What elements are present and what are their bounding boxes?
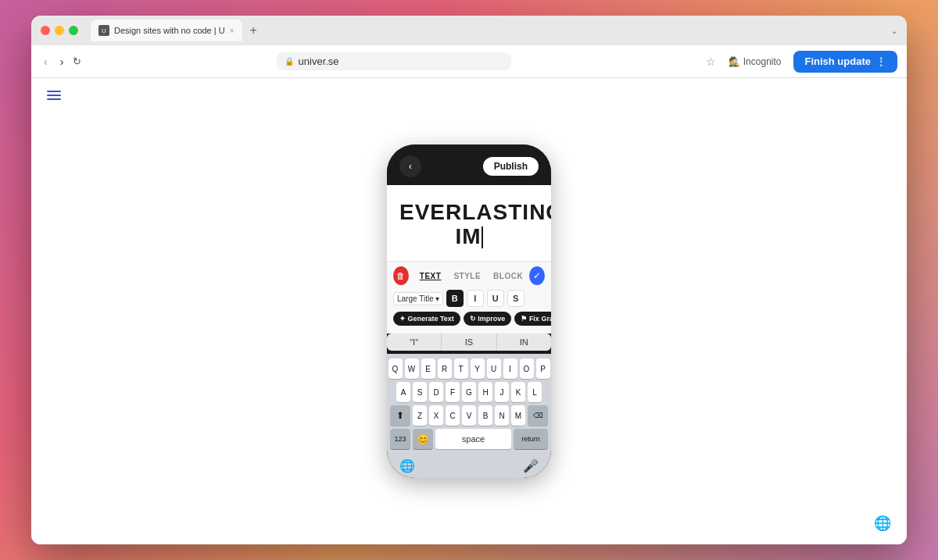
autocomplete-item-2[interactable]: IN: [497, 334, 551, 351]
key-space[interactable]: space: [435, 429, 511, 449]
publish-button[interactable]: Publish: [483, 157, 539, 176]
key-j[interactable]: J: [495, 382, 509, 402]
key-emoji[interactable]: 😊: [413, 429, 433, 449]
refresh-button[interactable]: ↻: [73, 55, 81, 67]
key-o[interactable]: O: [520, 358, 534, 379]
tab-block[interactable]: BLOCK: [487, 269, 529, 283]
key-r[interactable]: R: [438, 358, 452, 379]
toolbar-tabs: 🗑 TEXT STYLE BLOCK ✓: [393, 266, 545, 285]
key-w[interactable]: W: [405, 358, 419, 379]
bold-button[interactable]: B: [446, 290, 464, 307]
format-select[interactable]: Large Title ▾: [393, 292, 443, 305]
key-e[interactable]: E: [421, 358, 435, 379]
generate-text-label: ✦ Generate Text: [399, 315, 454, 323]
strikethrough-button[interactable]: S: [507, 290, 524, 307]
ai-bar: ✦ Generate Text ↻ Improve ⚑ Fix Gramm...: [393, 312, 545, 326]
autocomplete-row: "I" IS IN: [387, 334, 551, 351]
key-a[interactable]: A: [396, 382, 410, 402]
key-f[interactable]: F: [446, 382, 460, 402]
keyboard-bottom-row: 123 😊 space return: [390, 429, 548, 449]
key-i[interactable]: I: [503, 358, 517, 379]
phone-bottom-bar: 🌐 🎤: [387, 454, 551, 478]
lock-icon: 🔒: [285, 57, 294, 66]
tab-style[interactable]: STYLE: [447, 269, 487, 283]
keyboard-row-1: Q W E R T Y U I O P: [390, 358, 548, 379]
key-p[interactable]: P: [536, 358, 550, 379]
key-space-label: space: [462, 434, 485, 444]
key-m[interactable]: M: [511, 405, 525, 426]
keyboard-row-2: A S D F G H J K L: [390, 382, 548, 402]
delete-button[interactable]: 🗑: [393, 266, 409, 285]
key-x[interactable]: X: [429, 405, 443, 426]
chevron-down-icon: ⌄: [891, 27, 897, 35]
heading-line1: EVERLASTING: [399, 200, 551, 224]
tab-text[interactable]: TEXT: [414, 269, 448, 283]
keyboard: Q W E R T Y U I O P A S D F G: [387, 354, 551, 454]
fix-grammar-button[interactable]: ⚑ Fix Gramm...: [514, 312, 551, 326]
format-select-label: Large Title: [397, 294, 434, 303]
key-u[interactable]: U: [487, 358, 501, 379]
incognito-button[interactable]: 🕵 Incognito: [722, 53, 788, 70]
key-s[interactable]: S: [413, 382, 427, 402]
key-v[interactable]: V: [462, 405, 476, 426]
autocomplete-item-0[interactable]: "I": [387, 334, 442, 351]
hamburger-line: [47, 98, 61, 100]
browser-window: U Design sites with no code | U × + ⌄ ‹ …: [31, 16, 907, 544]
bookmark-icon[interactable]: ☆: [706, 55, 716, 68]
phone-back-button[interactable]: ‹: [399, 155, 421, 177]
url-text: univer.se: [299, 55, 339, 67]
hamburger-menu[interactable]: [47, 91, 61, 100]
tab-close-button[interactable]: ×: [230, 27, 234, 35]
chevron-down-icon: ▾: [435, 294, 439, 303]
key-l[interactable]: L: [528, 382, 542, 402]
new-tab-button[interactable]: +: [245, 23, 262, 37]
incognito-icon: 🕵: [729, 56, 740, 67]
heading-line2: IM: [455, 224, 481, 248]
page-content: ‹ Publish EVERLASTING IM 🗑 TEXT STYLE BL…: [31, 78, 907, 544]
key-q[interactable]: Q: [388, 358, 403, 379]
hamburger-line: [47, 91, 61, 92]
key-z[interactable]: Z: [413, 405, 427, 426]
tab-title: Design sites with no code | U: [114, 26, 225, 35]
globe-icon: 🌐: [874, 515, 891, 531]
key-return-label: return: [521, 435, 540, 443]
incognito-label: Incognito: [743, 56, 782, 67]
phone-mockup: ‹ Publish EVERLASTING IM 🗑 TEXT STYLE BL…: [387, 144, 551, 479]
key-t[interactable]: T: [454, 358, 468, 379]
format-bar: Large Title ▾ B I U S: [393, 290, 545, 307]
improve-button[interactable]: ↻ Improve: [464, 312, 512, 326]
globe-icon[interactable]: 🌐: [399, 458, 415, 473]
generate-text-button[interactable]: ✦ Generate Text: [393, 312, 460, 326]
microphone-icon[interactable]: 🎤: [523, 458, 539, 473]
key-n[interactable]: N: [495, 405, 509, 426]
key-b[interactable]: B: [478, 405, 492, 426]
underline-button[interactable]: U: [487, 290, 504, 307]
key-return[interactable]: return: [514, 429, 548, 449]
page-globe-button[interactable]: 🌐: [874, 515, 891, 532]
key-h[interactable]: H: [478, 382, 492, 402]
tab-bar: U Design sites with no code | U × +: [91, 20, 262, 41]
finish-update-button[interactable]: Finish update ⋮: [793, 51, 897, 73]
key-y[interactable]: Y: [471, 358, 485, 379]
key-g[interactable]: G: [462, 382, 476, 402]
autocomplete-item-1[interactable]: IS: [442, 334, 496, 351]
url-bar[interactable]: 🔒 univer.se: [277, 52, 511, 70]
key-backspace[interactable]: ⌫: [528, 405, 548, 426]
confirm-button[interactable]: ✓: [529, 266, 545, 285]
close-button[interactable]: [41, 26, 50, 35]
key-d[interactable]: D: [429, 382, 443, 402]
more-icon: ⋮: [875, 55, 886, 68]
fullscreen-button[interactable]: [69, 26, 78, 35]
browser-tab[interactable]: U Design sites with no code | U ×: [91, 20, 242, 41]
italic-button[interactable]: I: [467, 290, 484, 307]
key-k[interactable]: K: [511, 382, 525, 402]
improve-label: ↻ Improve: [470, 315, 506, 323]
back-nav-button[interactable]: ‹: [41, 54, 51, 70]
key-c[interactable]: C: [446, 405, 460, 426]
minimize-button[interactable]: [55, 26, 64, 35]
key-shift[interactable]: ⬆: [390, 405, 410, 426]
keyboard-row-3: ⬆ Z X C V B N M ⌫: [390, 405, 548, 426]
forward-nav-button[interactable]: ›: [57, 54, 67, 70]
key-123[interactable]: 123: [390, 429, 410, 449]
traffic-lights: [41, 26, 78, 35]
